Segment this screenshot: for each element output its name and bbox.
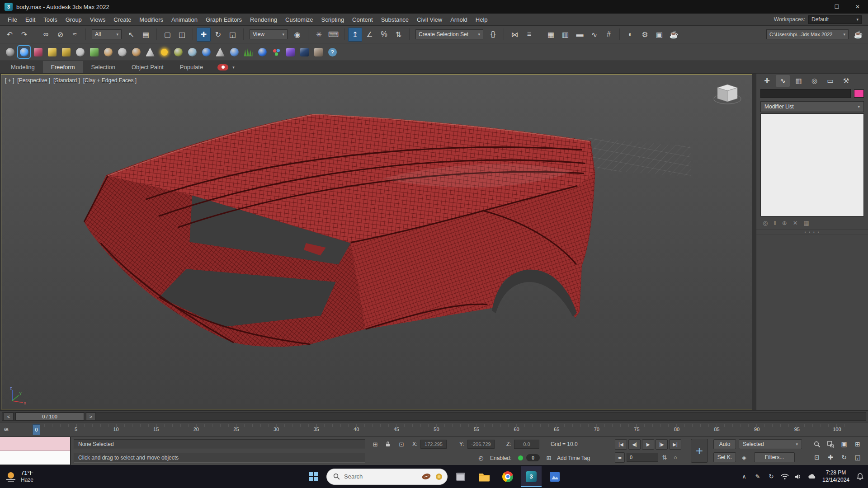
window-crossing-icon[interactable]: ◫: [175, 28, 189, 42]
menu-scripting[interactable]: Scripting: [317, 14, 349, 25]
next-frame-button[interactable]: |▶: [656, 439, 668, 450]
scene-explorer-icon[interactable]: ▦: [544, 28, 558, 42]
maximize-viewport-icon[interactable]: ◲: [852, 452, 863, 463]
menu-rendering[interactable]: Rendering: [246, 14, 281, 25]
project-path-dropdown[interactable]: C:\Users\hp\...3ds Max 2022▾: [766, 29, 849, 39]
bind-to-space-warp-icon[interactable]: ≈: [68, 28, 82, 42]
menu-views[interactable]: Views: [86, 14, 109, 25]
tray-pen-icon[interactable]: ✎: [752, 471, 763, 482]
wifi-icon[interactable]: [779, 471, 790, 482]
schematic-view-icon[interactable]: #: [602, 28, 616, 42]
hierarchy-tab[interactable]: ▦: [792, 75, 806, 87]
minimize-button[interactable]: —: [806, 0, 826, 14]
taskbar-3dsmax[interactable]: 3: [521, 466, 542, 487]
modifier-list-dropdown[interactable]: Modifier List ▾: [760, 101, 864, 112]
taskbar-chrome[interactable]: [497, 466, 518, 487]
previous-frame-button[interactable]: ◀|: [628, 439, 641, 450]
degradation-toggle[interactable]: 0: [526, 454, 540, 461]
snaps-toggle-icon[interactable]: ↥: [348, 28, 362, 42]
current-frame-field[interactable]: 0: [627, 453, 658, 462]
shiny-sphere-icon[interactable]: [201, 47, 212, 57]
percent-snap-icon[interactable]: %: [377, 28, 391, 42]
display-tab[interactable]: ▭: [823, 75, 837, 87]
viewport-menu-shading[interactable]: [Clay + Edged Faces ]: [83, 77, 137, 84]
foliage-icon[interactable]: [243, 47, 254, 57]
motion-tab[interactable]: ◎: [807, 75, 821, 87]
unlink-selection-icon[interactable]: ⊘: [53, 28, 67, 42]
viewport-menu-general[interactable]: [ + ]: [5, 77, 14, 84]
start-button[interactable]: [303, 466, 324, 487]
notification-bell-icon[interactable]: [854, 471, 865, 482]
key-mode-toggle-icon[interactable]: ○: [670, 452, 681, 462]
previous-frame-button[interactable]: <: [4, 413, 14, 421]
snapshot-icon[interactable]: [47, 47, 57, 57]
named-selection-set-dropdown[interactable]: Create Selection Set▾: [415, 29, 483, 39]
particles-icon[interactable]: [271, 47, 282, 57]
onedrive-cloud-icon[interactable]: [807, 471, 817, 482]
zoom-all-icon[interactable]: [825, 439, 836, 450]
view-cube[interactable]: [711, 81, 744, 108]
auto-key-button[interactable]: Auto: [713, 439, 736, 449]
object-color-swatch[interactable]: [854, 89, 864, 98]
render-setup-icon[interactable]: ⚙: [638, 28, 652, 42]
edit-named-selection-sets-icon[interactable]: {}: [486, 28, 500, 42]
play-button[interactable]: ▶: [642, 439, 654, 450]
menu-edit[interactable]: Edit: [21, 14, 39, 25]
curve-editor-icon[interactable]: ∿: [587, 28, 601, 42]
zoom-extents-icon[interactable]: ▣: [838, 439, 850, 450]
go-to-start-button[interactable]: |◀: [615, 439, 627, 450]
select-by-name-icon[interactable]: ▤: [139, 28, 153, 42]
reference-coordinate-dropdown[interactable]: View▾: [250, 29, 288, 39]
selection-filter-dropdown[interactable]: All▾: [92, 29, 122, 39]
menu-customize[interactable]: Customize: [281, 14, 317, 25]
taskbar-search[interactable]: Search: [326, 469, 448, 485]
selected-dropdown[interactable]: Selected ▾: [739, 439, 802, 449]
whirl-icon[interactable]: [229, 47, 240, 57]
select-object-icon[interactable]: ↖: [124, 28, 138, 42]
taskbar-file-explorer[interactable]: [474, 466, 495, 487]
orbit-icon[interactable]: ↻: [838, 452, 850, 463]
modifier-stack[interactable]: [760, 113, 864, 216]
ribbon-tab-modeling[interactable]: Modeling: [3, 61, 43, 73]
x-coordinate-field[interactable]: 172.295: [420, 440, 447, 449]
perspective-viewport[interactable]: [ + ] [Perspective ] [Standard ] [Clay +…: [1, 74, 752, 409]
sun-light-icon[interactable]: [159, 47, 170, 57]
zoom-region-icon[interactable]: ⊡: [811, 452, 823, 463]
current-frame-marker[interactable]: 0: [33, 424, 40, 435]
viewport-menu-pov[interactable]: [Perspective ]: [17, 77, 50, 84]
geosphere-icon[interactable]: [173, 47, 184, 57]
track-bar[interactable]: ≋ 0 510152025303540455055606570758085909…: [0, 422, 868, 437]
taskbar-photos[interactable]: [544, 466, 565, 487]
selection-lock-icon[interactable]: [382, 439, 393, 449]
time-slider-handle[interactable]: 0 / 100: [15, 413, 84, 421]
volume-icon[interactable]: [793, 471, 804, 482]
ribbon-flyout-button[interactable]: ▾: [217, 61, 235, 73]
menu-file[interactable]: File: [4, 14, 21, 25]
select-and-scale-icon[interactable]: ◱: [226, 28, 240, 42]
menu-arnold[interactable]: Arnold: [446, 14, 472, 25]
material-slate-icon[interactable]: [33, 47, 43, 57]
frame-spinner[interactable]: ⇅: [659, 452, 670, 462]
viewport-menu-renderer[interactable]: [Standard ]: [53, 77, 80, 84]
redo-icon[interactable]: ↷: [17, 28, 31, 42]
weather-widget[interactable]: 71°F Haze: [5, 465, 33, 488]
ribbon-tab-populate[interactable]: Populate: [172, 61, 211, 73]
box-primitive-icon[interactable]: [89, 47, 99, 57]
tray-sync-icon[interactable]: ↻: [766, 471, 777, 482]
sphere-gray-icon[interactable]: [5, 47, 15, 57]
configure-modifier-sets-icon[interactable]: ▦: [804, 220, 809, 226]
time-tag-icon[interactable]: ⊞: [543, 453, 554, 463]
help-icon[interactable]: ?: [327, 47, 338, 57]
layer-explorer-icon[interactable]: ▥: [558, 28, 572, 42]
object-name-field[interactable]: [760, 89, 851, 98]
pin-stack-icon[interactable]: ◎: [763, 220, 768, 226]
array-icon[interactable]: [61, 47, 71, 57]
workspace-dropdown[interactable]: Default ▾: [808, 15, 862, 24]
undo-icon[interactable]: ↶: [3, 28, 17, 42]
key-filters-icon[interactable]: ◈: [739, 452, 750, 462]
rectangular-selection-region-icon[interactable]: ▢: [160, 28, 175, 42]
time-slider-track[interactable]: [2, 412, 866, 421]
torus-icon[interactable]: [131, 47, 142, 57]
car-body-model[interactable]: [84, 114, 595, 347]
add-key-button[interactable]: +: [691, 439, 708, 463]
